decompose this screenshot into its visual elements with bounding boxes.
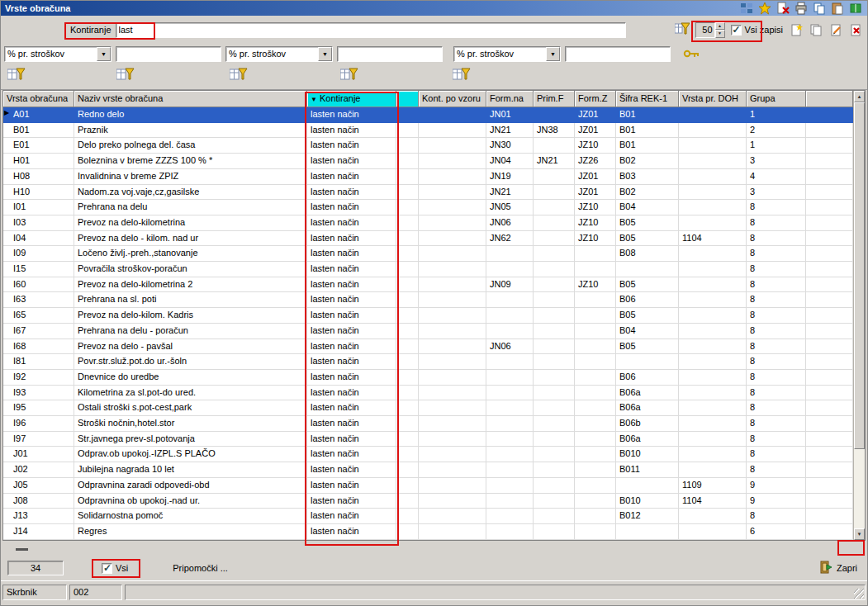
horizontal-scrollbar[interactable] (1, 541, 867, 556)
page-size-spinner[interactable]: 50 ▲ ▼ (695, 22, 725, 38)
table-cell (679, 138, 747, 154)
duplicate-record-icon[interactable] (809, 23, 823, 37)
column-header-Prim.F[interactable]: Prim.F (534, 91, 575, 107)
table-row[interactable]: J01Odprav.ob upokoj.-IZPL.S PLAČOlasten … (3, 447, 853, 462)
scroll-down-icon[interactable]: ▼ (854, 528, 865, 540)
table-cell (486, 246, 534, 262)
table-row[interactable]: I81Povr.str.služ.pot.do ur.-šolnlasten n… (3, 354, 853, 370)
table-row[interactable]: ▶A01Redno delolasten načinJN01JZ01B011 (3, 107, 853, 123)
table-cell: JZ10 (575, 231, 616, 247)
table-row[interactable]: I03Prevoz na delo-kilometrinalasten nači… (3, 215, 853, 231)
table-cell (575, 524, 616, 540)
column-filter-icon[interactable] (340, 68, 358, 81)
table-cell (534, 138, 575, 154)
table-cell: B02 (616, 154, 679, 169)
table-row[interactable]: H08Invalidnina v breme ZPIZlasten načinJ… (3, 169, 853, 185)
table-row[interactable]: I68Prevoz na delo - pavšallasten načinJN… (3, 339, 853, 355)
column-filter-icon[interactable] (7, 68, 26, 81)
filter-combo-3[interactable]: % pr. stroškov ▼ (453, 46, 561, 62)
table-cell (396, 462, 419, 478)
copy-icon[interactable] (813, 2, 826, 15)
edit-record-icon[interactable] (828, 23, 842, 37)
table-row[interactable]: H10Nadom.za voj.vaje,cz,gasilskelasten n… (3, 185, 853, 201)
table-row[interactable]: J02Jubilejna nagrada 10 letlasten načinB… (3, 462, 853, 478)
column-header-Form.na[interactable]: Form.na (486, 91, 534, 107)
column-header-Naziv vrste obračuna[interactable]: Naziv vrste obračuna (74, 91, 307, 107)
column-header-Vrsta pr. DOH[interactable]: Vrsta pr. DOH (679, 91, 747, 107)
zapri-button[interactable]: Zapri (816, 559, 861, 577)
column-header-Šifra REK-1[interactable]: Šifra REK-1 (616, 91, 679, 107)
resize-grip[interactable] (854, 589, 864, 599)
table-cell: B010 (616, 447, 679, 462)
vertical-scrollbar-thumb[interactable] (854, 102, 865, 449)
vsi-checkbox[interactable]: Vsi (102, 563, 128, 574)
paste-icon[interactable] (831, 2, 844, 15)
table-row[interactable]: I15Povračila stroškov-poračunlasten nači… (3, 262, 853, 277)
chevron-down-icon[interactable]: ▼ (97, 47, 111, 61)
window-tiles-icon[interactable] (740, 2, 753, 15)
column-header-Kontiranje[interactable]: ▼Kontiranje (307, 91, 396, 107)
filter-combo-2[interactable]: % pr. stroškov ▼ (225, 46, 333, 62)
filter-input-1[interactable] (116, 46, 221, 62)
column-header-blank[interactable] (396, 91, 419, 107)
table-row[interactable]: E01Delo preko polnega del. časalasten na… (3, 138, 853, 154)
column-header-Vrsta obračuna[interactable]: Vrsta obračuna (3, 91, 74, 107)
document-delete-icon[interactable] (776, 2, 790, 15)
key-icon[interactable] (683, 47, 700, 60)
table-cell: I60 (3, 277, 74, 293)
chevron-down-icon[interactable]: ▼ (546, 47, 560, 61)
spin-down-icon[interactable]: ▼ (715, 30, 725, 38)
column-header-Form.Z[interactable]: Form.Z (575, 91, 616, 107)
horizontal-scrollbar-thumb[interactable] (16, 548, 28, 551)
vertical-scrollbar[interactable]: ▲ ▼ (853, 91, 865, 540)
kontiranje-search-input[interactable] (116, 22, 626, 38)
table-row[interactable]: I04Prevoz na delo - kilom. nad urlasten … (3, 231, 853, 247)
table-row[interactable]: I09Ločeno življ.-preh.,stanovanjelasten … (3, 246, 853, 262)
table-row[interactable]: I63Prehrana na sl. potilasten načinB068 (3, 292, 853, 308)
table-row[interactable]: I95Ostali stroški s.pot-cest,parklasten … (3, 400, 853, 416)
table-row[interactable]: I92Dnevnice do uredbelasten načinB068 (3, 370, 853, 386)
print-icon[interactable] (794, 2, 808, 15)
table-cell (575, 308, 616, 324)
column-filter-icon[interactable] (453, 68, 471, 81)
filter-combo-1[interactable]: % pr. stroškov ▼ (4, 46, 111, 62)
advanced-filter-icon[interactable] (675, 22, 690, 37)
filter-input-2[interactable] (337, 46, 443, 62)
table-row[interactable]: I65Prevoz na delo-kilom. Kadrislasten na… (3, 308, 853, 324)
table-cell (419, 231, 486, 247)
table-cell: lasten način (307, 231, 396, 247)
table-row[interactable]: B01Prazniklasten načinJN21JN38JZ01B012 (3, 123, 853, 139)
column-filter-icon[interactable] (230, 68, 248, 81)
pripomocki-button[interactable]: Pripomočki ... (168, 561, 233, 575)
filter-input-3[interactable] (565, 46, 671, 62)
table-row[interactable]: I60Prevoz na delo-kilometrina 2lasten na… (3, 277, 853, 293)
table-cell (534, 185, 575, 201)
insert-record-icon[interactable] (789, 23, 803, 37)
table-row[interactable]: I96Stroški nočnin,hotel.storlasten način… (3, 416, 853, 432)
table-cell (486, 354, 534, 370)
delete-record-icon[interactable] (848, 23, 862, 37)
spin-up-icon[interactable]: ▲ (715, 22, 725, 31)
column-header-Grupa[interactable]: Grupa (747, 91, 806, 107)
table-row[interactable]: I97Str.javnega prev-sl.potovanjalasten n… (3, 432, 853, 447)
column-filter-icon[interactable] (116, 68, 135, 81)
table-cell: 1109 (679, 478, 747, 494)
vsi-zapisi-checkbox[interactable]: Vsi zapisi (731, 25, 783, 36)
table-cell-filler (806, 416, 853, 432)
scroll-up-icon[interactable]: ▲ (854, 91, 865, 102)
table-row[interactable]: I67Prehrana na delu - poračunlasten nači… (3, 324, 853, 339)
table-row[interactable]: J05Odpravnina zaradi odpovedi-obdlasten … (3, 478, 853, 494)
table-cell: Dnevnice do uredbe (74, 370, 307, 386)
favorite-star-icon[interactable] (758, 2, 771, 15)
table-row[interactable]: J13Solidarnostna pomočlasten načinB0128 (3, 509, 853, 524)
column-header-Kont. po vzoru[interactable]: Kont. po vzoru (419, 91, 486, 107)
table-row[interactable]: J14Regreslasten način6 (3, 524, 853, 540)
table-row[interactable]: J08Odpravnina ob upokoj.-nad ur.lasten n… (3, 494, 853, 509)
chevron-down-icon[interactable]: ▼ (318, 47, 332, 61)
table-row[interactable]: H01Boleznina v breme ZZZS 100 % *lasten … (3, 154, 853, 169)
help-books-icon[interactable] (849, 2, 862, 15)
table-row[interactable]: I01Prehrana na delulasten načinJN05JZ10B… (3, 200, 853, 215)
table-row[interactable]: I93Kilometrina za sl.pot-do ured.lasten … (3, 386, 853, 401)
filter-row: % pr. stroškov ▼ % pr. stroškov ▼ % pr. … (1, 44, 867, 64)
table-cell (419, 292, 486, 308)
